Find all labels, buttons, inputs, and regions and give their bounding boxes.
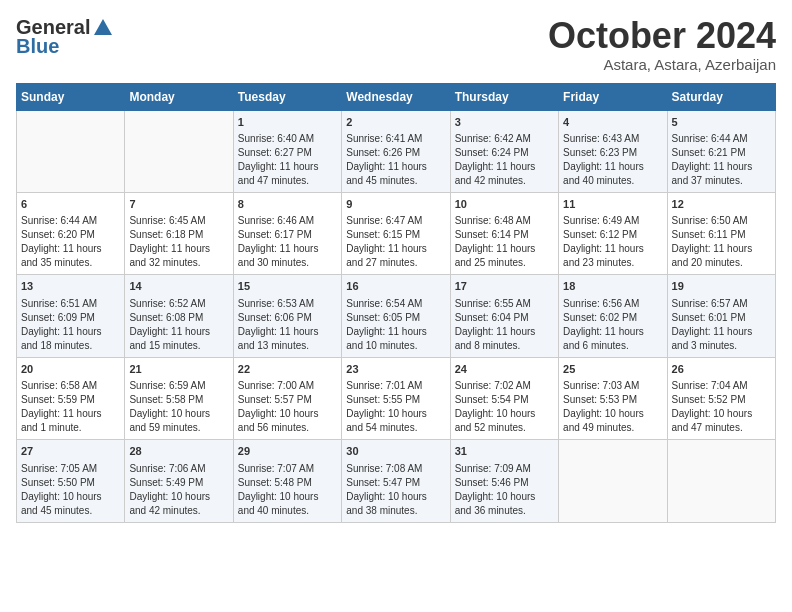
sunset-text: Sunset: 6:14 PM	[455, 228, 554, 242]
daylight-text: Daylight: 11 hours and 30 minutes.	[238, 242, 337, 270]
sunrise-text: Sunrise: 6:40 AM	[238, 132, 337, 146]
weekday-header-thursday: Thursday	[450, 83, 558, 110]
daylight-text: Daylight: 11 hours and 10 minutes.	[346, 325, 445, 353]
svg-marker-0	[94, 19, 112, 35]
day-number: 20	[21, 362, 120, 377]
day-cell: 23Sunrise: 7:01 AMSunset: 5:55 PMDayligh…	[342, 357, 450, 439]
sunrise-text: Sunrise: 6:47 AM	[346, 214, 445, 228]
sunset-text: Sunset: 6:15 PM	[346, 228, 445, 242]
week-row-4: 20Sunrise: 6:58 AMSunset: 5:59 PMDayligh…	[17, 357, 776, 439]
sunrise-text: Sunrise: 7:09 AM	[455, 462, 554, 476]
sunrise-text: Sunrise: 7:05 AM	[21, 462, 120, 476]
daylight-text: Daylight: 11 hours and 1 minute.	[21, 407, 120, 435]
sunset-text: Sunset: 5:59 PM	[21, 393, 120, 407]
day-cell: 9Sunrise: 6:47 AMSunset: 6:15 PMDaylight…	[342, 192, 450, 274]
sunset-text: Sunset: 5:47 PM	[346, 476, 445, 490]
title-block: October 2024 Astara, Astara, Azerbaijan	[548, 16, 776, 73]
sunrise-text: Sunrise: 6:52 AM	[129, 297, 228, 311]
sunrise-text: Sunrise: 7:08 AM	[346, 462, 445, 476]
daylight-text: Daylight: 10 hours and 54 minutes.	[346, 407, 445, 435]
daylight-text: Daylight: 11 hours and 15 minutes.	[129, 325, 228, 353]
day-cell	[667, 440, 775, 522]
week-row-3: 13Sunrise: 6:51 AMSunset: 6:09 PMDayligh…	[17, 275, 776, 357]
sunrise-text: Sunrise: 6:53 AM	[238, 297, 337, 311]
day-number: 12	[672, 197, 771, 212]
weekday-header-tuesday: Tuesday	[233, 83, 341, 110]
sunset-text: Sunset: 6:18 PM	[129, 228, 228, 242]
week-row-5: 27Sunrise: 7:05 AMSunset: 5:50 PMDayligh…	[17, 440, 776, 522]
day-cell: 17Sunrise: 6:55 AMSunset: 6:04 PMDayligh…	[450, 275, 558, 357]
day-number: 24	[455, 362, 554, 377]
daylight-text: Daylight: 10 hours and 49 minutes.	[563, 407, 662, 435]
daylight-text: Daylight: 10 hours and 45 minutes.	[21, 490, 120, 518]
sunrise-text: Sunrise: 6:56 AM	[563, 297, 662, 311]
sunset-text: Sunset: 5:48 PM	[238, 476, 337, 490]
day-cell: 3Sunrise: 6:42 AMSunset: 6:24 PMDaylight…	[450, 110, 558, 192]
daylight-text: Daylight: 11 hours and 27 minutes.	[346, 242, 445, 270]
day-number: 1	[238, 115, 337, 130]
sunset-text: Sunset: 6:04 PM	[455, 311, 554, 325]
day-number: 11	[563, 197, 662, 212]
day-number: 23	[346, 362, 445, 377]
day-cell: 8Sunrise: 6:46 AMSunset: 6:17 PMDaylight…	[233, 192, 341, 274]
sunrise-text: Sunrise: 6:50 AM	[672, 214, 771, 228]
sunset-text: Sunset: 6:01 PM	[672, 311, 771, 325]
logo-icon	[92, 17, 114, 39]
day-number: 7	[129, 197, 228, 212]
daylight-text: Daylight: 10 hours and 36 minutes.	[455, 490, 554, 518]
day-cell	[125, 110, 233, 192]
day-cell: 1Sunrise: 6:40 AMSunset: 6:27 PMDaylight…	[233, 110, 341, 192]
page-header: General Blue October 2024 Astara, Astara…	[16, 16, 776, 73]
sunrise-text: Sunrise: 7:04 AM	[672, 379, 771, 393]
sunset-text: Sunset: 5:55 PM	[346, 393, 445, 407]
daylight-text: Daylight: 11 hours and 13 minutes.	[238, 325, 337, 353]
sunrise-text: Sunrise: 7:07 AM	[238, 462, 337, 476]
day-number: 2	[346, 115, 445, 130]
logo-blue-text: Blue	[16, 35, 59, 58]
sunset-text: Sunset: 5:58 PM	[129, 393, 228, 407]
sunrise-text: Sunrise: 6:57 AM	[672, 297, 771, 311]
daylight-text: Daylight: 11 hours and 23 minutes.	[563, 242, 662, 270]
sunset-text: Sunset: 6:08 PM	[129, 311, 228, 325]
day-cell: 28Sunrise: 7:06 AMSunset: 5:49 PMDayligh…	[125, 440, 233, 522]
sunrise-text: Sunrise: 6:46 AM	[238, 214, 337, 228]
weekday-header-row: SundayMondayTuesdayWednesdayThursdayFrid…	[17, 83, 776, 110]
day-cell: 25Sunrise: 7:03 AMSunset: 5:53 PMDayligh…	[559, 357, 667, 439]
sunset-text: Sunset: 6:09 PM	[21, 311, 120, 325]
daylight-text: Daylight: 10 hours and 56 minutes.	[238, 407, 337, 435]
day-cell: 24Sunrise: 7:02 AMSunset: 5:54 PMDayligh…	[450, 357, 558, 439]
sunrise-text: Sunrise: 6:49 AM	[563, 214, 662, 228]
day-number: 9	[346, 197, 445, 212]
day-cell: 30Sunrise: 7:08 AMSunset: 5:47 PMDayligh…	[342, 440, 450, 522]
sunset-text: Sunset: 6:06 PM	[238, 311, 337, 325]
day-cell: 21Sunrise: 6:59 AMSunset: 5:58 PMDayligh…	[125, 357, 233, 439]
day-number: 26	[672, 362, 771, 377]
daylight-text: Daylight: 11 hours and 6 minutes.	[563, 325, 662, 353]
daylight-text: Daylight: 10 hours and 40 minutes.	[238, 490, 337, 518]
day-cell: 19Sunrise: 6:57 AMSunset: 6:01 PMDayligh…	[667, 275, 775, 357]
sunrise-text: Sunrise: 6:51 AM	[21, 297, 120, 311]
day-cell: 20Sunrise: 6:58 AMSunset: 5:59 PMDayligh…	[17, 357, 125, 439]
sunrise-text: Sunrise: 6:59 AM	[129, 379, 228, 393]
day-number: 15	[238, 279, 337, 294]
daylight-text: Daylight: 11 hours and 25 minutes.	[455, 242, 554, 270]
sunset-text: Sunset: 6:20 PM	[21, 228, 120, 242]
day-cell: 22Sunrise: 7:00 AMSunset: 5:57 PMDayligh…	[233, 357, 341, 439]
day-cell: 7Sunrise: 6:45 AMSunset: 6:18 PMDaylight…	[125, 192, 233, 274]
sunrise-text: Sunrise: 6:44 AM	[672, 132, 771, 146]
daylight-text: Daylight: 11 hours and 20 minutes.	[672, 242, 771, 270]
daylight-text: Daylight: 11 hours and 47 minutes.	[238, 160, 337, 188]
sunset-text: Sunset: 6:23 PM	[563, 146, 662, 160]
location: Astara, Astara, Azerbaijan	[548, 56, 776, 73]
day-cell	[17, 110, 125, 192]
sunset-text: Sunset: 5:54 PM	[455, 393, 554, 407]
day-cell: 15Sunrise: 6:53 AMSunset: 6:06 PMDayligh…	[233, 275, 341, 357]
day-number: 17	[455, 279, 554, 294]
day-cell: 6Sunrise: 6:44 AMSunset: 6:20 PMDaylight…	[17, 192, 125, 274]
sunrise-text: Sunrise: 7:02 AM	[455, 379, 554, 393]
day-cell: 10Sunrise: 6:48 AMSunset: 6:14 PMDayligh…	[450, 192, 558, 274]
sunrise-text: Sunrise: 6:48 AM	[455, 214, 554, 228]
daylight-text: Daylight: 10 hours and 52 minutes.	[455, 407, 554, 435]
day-number: 14	[129, 279, 228, 294]
sunset-text: Sunset: 6:05 PM	[346, 311, 445, 325]
